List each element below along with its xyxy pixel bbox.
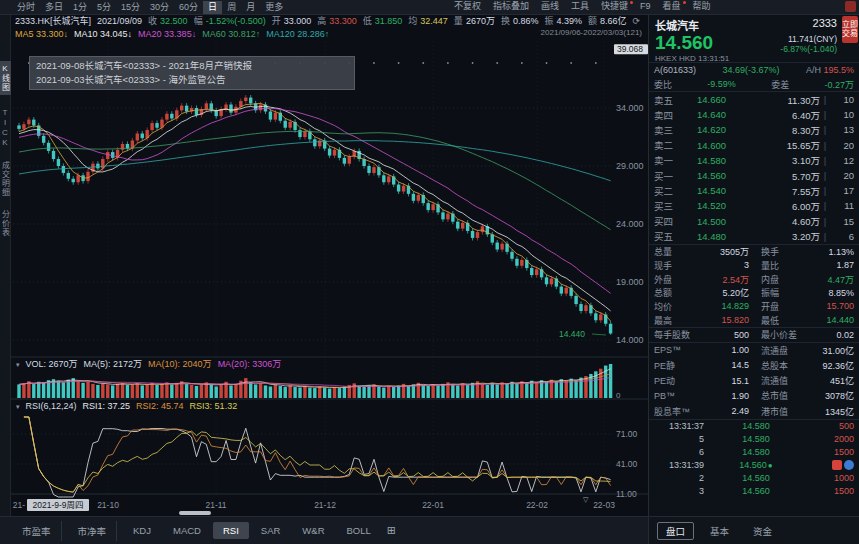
chart-region[interactable]: 2333.HK[长城汽车]2021/09/09收32.500幅-1.52%(-0… [11, 15, 648, 516]
candle-info-line: 2333.HK[长城汽车]2021/09/09收32.500幅-1.52%(-0… [15, 15, 643, 28]
axis-marker-icon: ▽ [583, 496, 588, 504]
svg-text:34.000: 34.000 [616, 103, 644, 113]
indicator-tab-市盈率[interactable]: 市盈率 [12, 521, 62, 541]
indicator-tab-市净率[interactable]: 市净率 [68, 521, 118, 541]
menu-6[interactable]: 看盘 [657, 0, 687, 13]
tick-row-4[interactable]: 214.5601000 [649, 472, 859, 485]
trade-button-line1: 立即 [842, 20, 858, 29]
sidebar-tab-2[interactable]: 成交明细 [0, 161, 11, 197]
sidebar-tab-1[interactable]: TICK [0, 108, 11, 148]
order-book-row-4[interactable]: 卖一14.5803.10万|12 [649, 153, 859, 168]
quote-panel-tabs: 盘口基本资金 [648, 516, 859, 544]
chart-scrollbar[interactable] [179, 511, 211, 515]
indicator-tab-SAR[interactable]: SAR [251, 522, 291, 539]
indicator-tab-KDJ[interactable]: KDJ [123, 522, 161, 539]
indicator-tab-MACD[interactable]: MACD [163, 522, 211, 539]
stat-label: 内盘 [761, 273, 803, 286]
period-tabs: 分时多日1分5分15分30分60分日周月更多 [0, 1, 288, 14]
ob-broker-count: 10 [830, 109, 854, 120]
fin-value: 15.1 [698, 376, 749, 386]
kline-chart[interactable]: 34.00029.00024.00019.00014.000071.0041.0… [11, 41, 648, 499]
quote-tab-基本[interactable]: 基本 [702, 523, 737, 539]
stats-row-3: 总额5.20亿振幅8.85% [649, 286, 859, 300]
period-tab-4[interactable]: 15分 [116, 1, 145, 14]
period-tab-9[interactable]: 月 [241, 1, 260, 14]
period-tab-2[interactable]: 1分 [68, 1, 92, 14]
order-book-row-7[interactable]: 买三14.5206.00万|11 [649, 198, 859, 213]
x-axis-label-6: 22-03 [593, 500, 615, 510]
weicha-label: 委差 [771, 78, 789, 91]
svg-text:11.00: 11.00 [616, 489, 637, 499]
indicator-tab-RSI[interactable]: RSI [213, 522, 249, 539]
grid-layout-icon[interactable]: ⊞ [387, 524, 396, 537]
order-book-row-0[interactable]: 卖五14.66011.30万|10 [649, 92, 859, 107]
stat-label: 最高 [654, 314, 698, 327]
info-field-4: 开33.000 [272, 16, 315, 26]
collapse-caret-icon[interactable]: ▾ [16, 361, 20, 368]
order-book-row-6[interactable]: 买二14.5407.55万|17 [649, 183, 859, 198]
period-tab-3[interactable]: 5分 [92, 1, 116, 14]
order-book-row-2[interactable]: 卖三14.6208.30万|13 [649, 122, 859, 137]
cny-price: 11.741(CNY) [788, 34, 837, 44]
period-tab-6[interactable]: 60分 [174, 1, 203, 14]
order-book: 卖五14.66011.30万|10卖四14.6406.40万|10卖三14.62… [649, 92, 859, 245]
order-book-row-8[interactable]: 买四14.5004.60万|15 [649, 214, 859, 229]
trade-now-button[interactable]: 立即 交易 [842, 16, 858, 43]
tick-row-2[interactable]: 614.5801500 [649, 446, 859, 459]
vol-header-item-3: MA(20): 3306万 [218, 359, 282, 369]
quote-tab-盘口[interactable]: 盘口 [657, 522, 694, 540]
period-tab-8[interactable]: 周 [222, 1, 241, 14]
menu-2[interactable]: 画线 [535, 0, 565, 13]
tick-row-0[interactable]: 13:31:3714.580500 [649, 420, 859, 433]
tick-row-1[interactable]: 514.5802000 [649, 433, 859, 446]
ob-broker-count: 20 [830, 140, 854, 151]
order-book-row-1[interactable]: 卖四14.6406.40万|10 [649, 107, 859, 122]
menu-5[interactable]: F9 [634, 0, 657, 13]
stats-grid: 总量3505万换手1.13%现手3量比1.87外盘2.54万内盘4.47万总额5… [649, 245, 859, 343]
menu-0[interactable]: 不复权 [448, 0, 487, 13]
refresh-icon[interactable]: ⟳ [633, 16, 641, 26]
stat-value: 500 [698, 330, 749, 340]
tick-direction-dot: ● [768, 461, 773, 470]
ob-separator: | [820, 216, 830, 227]
svg-text:19.000: 19.000 [616, 277, 644, 287]
order-book-row-5[interactable]: 买一14.5605.70万|20 [649, 168, 859, 183]
indicator-tab-W&R[interactable]: W&R [292, 522, 334, 539]
stat-label: 换手 [761, 245, 803, 258]
order-book-row-3[interactable]: 卖二14.60015.65万|20 [649, 138, 859, 153]
collapse-caret-icon[interactable]: ▾ [16, 403, 20, 410]
ma-item-2: MA20 33.385↓ [138, 29, 196, 39]
ob-volume: 6.40万 [726, 108, 820, 122]
sidebar-tab-3[interactable]: 分价表 [0, 210, 11, 237]
ob-side-label: 卖四 [654, 108, 680, 122]
fin-value: 14.5 [698, 360, 749, 370]
tick-row-3[interactable]: 13:31:3914.560● [649, 459, 859, 472]
ob-volume: 7.55万 [726, 184, 820, 198]
fin-label: EPS™ [654, 345, 698, 355]
menu-4[interactable]: 快捷键 [595, 0, 634, 13]
ob-volume: 6.00万 [726, 199, 820, 213]
period-tab-1[interactable]: 多日 [40, 1, 68, 14]
period-tab-10[interactable]: 更多 [260, 1, 288, 14]
ob-side-label: 买一 [654, 169, 680, 183]
a-share-row[interactable]: A(601633) 34.69(-3.67%) A/H 195.5% [649, 63, 859, 77]
order-book-row-9[interactable]: 买五14.4803.20万|6 [649, 229, 859, 244]
indicator-tab-BOLL[interactable]: BOLL [337, 522, 381, 539]
ma-item-3: MA60 30.812↑ [202, 29, 260, 39]
period-tab-0[interactable]: 分时 [12, 1, 40, 14]
sidebar-tab-0[interactable]: K线图 [0, 61, 11, 95]
fin-value: 92.36亿 [803, 359, 854, 372]
period-tab-5[interactable]: 30分 [145, 1, 174, 14]
stats-row-1: 现手3量比1.87 [649, 259, 859, 273]
quote-tab-资金[interactable]: 资金 [745, 523, 780, 539]
tick-row-5[interactable]: 314.5601500 [649, 485, 859, 498]
period-tab-7[interactable]: 日 [203, 1, 222, 14]
tick-volume: 2000 [808, 434, 854, 444]
menu-1[interactable]: 指标叠加 [487, 0, 535, 13]
ob-volume: 8.30万 [726, 123, 820, 137]
menu-3[interactable]: 工具 [565, 0, 595, 13]
info-field-3: 幅-1.52%(-0.500) [194, 16, 269, 26]
ob-broker-count: 15 [830, 216, 854, 227]
menu-7[interactable]: 帮助 [687, 0, 717, 13]
app-logo-icon[interactable] [845, 1, 856, 12]
